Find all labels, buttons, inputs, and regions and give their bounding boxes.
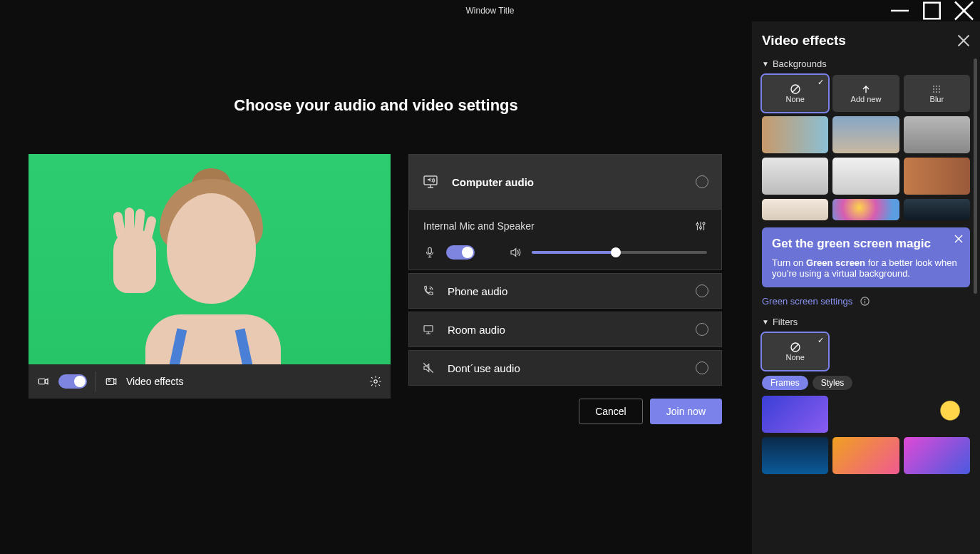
svg-point-26 — [937, 91, 938, 93]
filter-tile[interactable] — [762, 437, 828, 474]
volume-slider[interactable] — [532, 251, 707, 254]
audio-option-room[interactable]: Room audio — [408, 312, 722, 347]
background-tile-add-new[interactable]: Add new — [832, 75, 899, 112]
frames-tab[interactable]: Frames — [762, 376, 808, 390]
styles-tab[interactable]: Styles — [813, 376, 853, 390]
close-button[interactable] — [948, 0, 980, 21]
backgrounds-section-toggle[interactable]: ▼ Backgrounds — [762, 58, 970, 69]
filters-section-toggle[interactable]: ▼ Filters — [762, 317, 970, 327]
background-tile[interactable] — [832, 116, 899, 153]
filter-tile[interactable] — [832, 396, 899, 433]
background-tile[interactable] — [762, 199, 828, 220]
green-screen-settings-link[interactable]: Green screen settings — [762, 296, 852, 307]
callout-title: Get the green screen magic — [772, 236, 960, 252]
audio-option-label: Computer audio — [452, 176, 534, 188]
background-tile[interactable] — [832, 199, 899, 220]
background-tile[interactable] — [832, 158, 899, 195]
svg-point-22 — [934, 88, 935, 90]
room-audio-icon — [422, 323, 435, 336]
svg-point-21 — [939, 86, 941, 87]
cancel-button[interactable]: Cancel — [579, 399, 643, 424]
add-new-icon — [860, 83, 872, 95]
page-heading: Choose your audio and video settings — [29, 96, 723, 115]
svg-point-9 — [696, 223, 698, 225]
background-tile-blur[interactable]: Blur — [904, 75, 970, 112]
caret-down-icon: ▼ — [762, 318, 769, 326]
green-screen-callout: Get the green screen magic Turn on Green… — [762, 227, 970, 287]
panel-title: Video effects — [762, 33, 846, 48]
radio-icon — [696, 175, 708, 188]
svg-point-24 — [939, 88, 941, 90]
svg-point-6 — [108, 379, 110, 381]
audio-device-label[interactable]: Internal Mic and Speaker — [423, 220, 535, 232]
svg-point-32 — [865, 299, 865, 300]
svg-rect-5 — [106, 379, 114, 385]
video-preview-person — [117, 158, 302, 364]
svg-rect-12 — [428, 247, 432, 253]
svg-point-23 — [937, 88, 938, 90]
radio-icon — [696, 284, 708, 297]
filter-tile[interactable] — [904, 437, 970, 474]
settings-gear-icon[interactable] — [369, 375, 382, 388]
maximize-button[interactable] — [916, 0, 948, 21]
title-bar: Window Title — [0, 0, 980, 21]
camera-icon — [37, 375, 50, 388]
info-icon[interactable] — [860, 296, 870, 307]
blur-icon — [931, 83, 942, 95]
background-tile-none[interactable]: ✓ None — [762, 75, 828, 112]
caret-down-icon: ▼ — [762, 60, 769, 68]
filter-tile[interactable] — [904, 396, 970, 433]
tile-label: Blur — [930, 95, 944, 103]
background-tile[interactable] — [904, 116, 970, 153]
tile-label: None — [786, 353, 805, 361]
none-icon — [790, 83, 801, 95]
radio-icon — [696, 323, 708, 336]
svg-line-18 — [792, 86, 798, 92]
svg-rect-4 — [38, 379, 45, 384]
camera-toggle[interactable] — [58, 374, 87, 389]
none-icon — [790, 342, 801, 353]
radio-icon — [696, 361, 708, 374]
audio-settings-icon[interactable] — [694, 220, 707, 232]
audio-option-phone[interactable]: Phone audio — [408, 273, 722, 309]
join-now-button[interactable]: Join now — [650, 399, 722, 424]
svg-point-19 — [934, 86, 935, 87]
audio-option-none[interactable]: Dont´use audio — [408, 350, 722, 386]
svg-point-25 — [934, 91, 935, 93]
audio-option-computer[interactable]: Computer audio — [408, 154, 722, 210]
audio-option-label: Phone audio — [448, 285, 507, 297]
svg-rect-1 — [924, 3, 940, 19]
window-title: Window Title — [465, 6, 514, 16]
svg-rect-13 — [424, 326, 433, 332]
no-audio-icon — [422, 361, 435, 374]
video-effects-icon — [105, 375, 118, 388]
background-tile[interactable] — [904, 199, 970, 220]
toolbar-divider — [96, 371, 96, 391]
tile-label: Add new — [851, 95, 882, 103]
svg-point-10 — [700, 227, 702, 229]
speaker-icon — [509, 246, 522, 259]
video-effects-button[interactable]: Video effects — [126, 376, 183, 387]
audio-option-label: Dont´use audio — [448, 362, 520, 374]
video-effects-panel: Video effects ▼ Backgrounds ✓ None Add n… — [752, 21, 980, 554]
microphone-icon — [423, 246, 436, 259]
callout-close-icon[interactable] — [954, 235, 963, 243]
svg-point-11 — [703, 222, 705, 225]
callout-body: Turn on Green screen for a better look w… — [772, 257, 960, 279]
panel-close-icon[interactable] — [957, 34, 970, 47]
svg-point-27 — [939, 91, 941, 93]
computer-audio-icon — [422, 173, 439, 190]
filter-tile-none[interactable]: ✓ None — [762, 333, 828, 370]
checkmark-icon: ✓ — [817, 336, 824, 345]
minimize-button[interactable] — [884, 0, 916, 21]
filter-tile[interactable] — [832, 437, 899, 474]
audio-option-label: Room audio — [448, 324, 505, 336]
svg-point-7 — [374, 380, 378, 384]
filter-tile[interactable] — [762, 396, 828, 433]
phone-audio-icon — [422, 284, 435, 297]
background-tile[interactable] — [762, 116, 828, 153]
microphone-toggle[interactable] — [446, 245, 475, 260]
background-tile[interactable] — [904, 158, 970, 195]
background-tile[interactable] — [762, 158, 828, 195]
svg-point-20 — [937, 86, 938, 87]
